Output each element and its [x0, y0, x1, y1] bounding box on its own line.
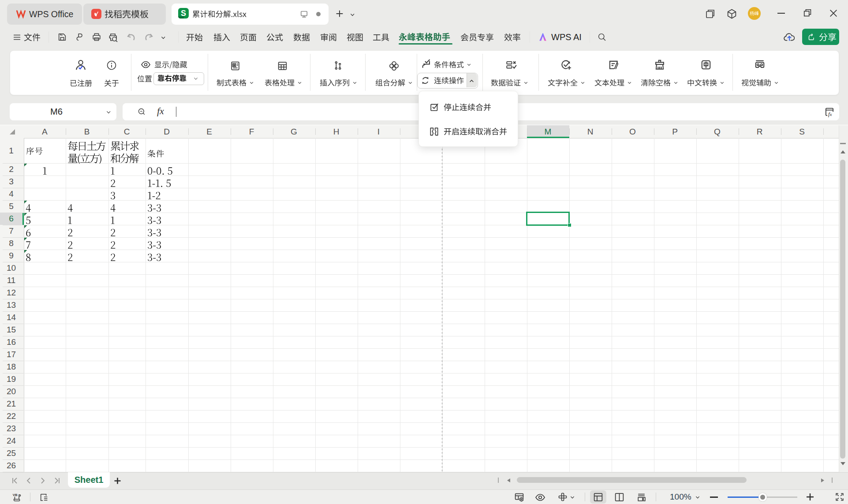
svg-text:VB: VB [13, 493, 18, 497]
